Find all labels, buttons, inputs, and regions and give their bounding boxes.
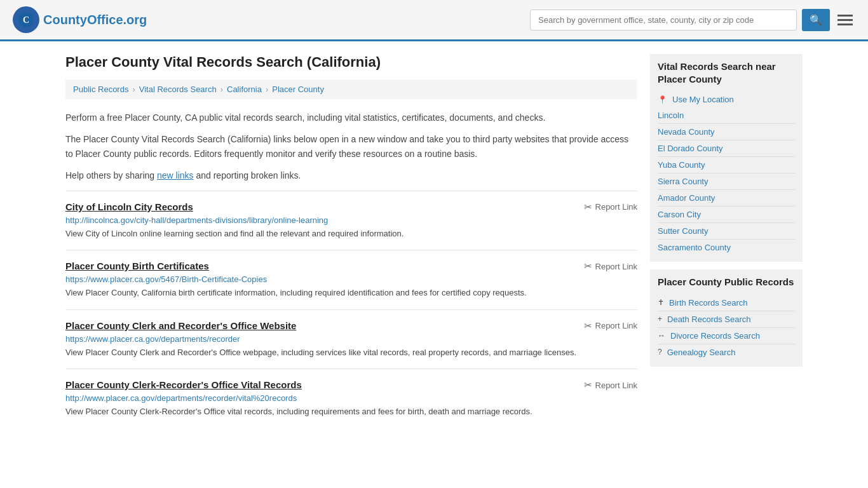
report-label: Report Link bbox=[595, 262, 637, 271]
record-header: City of Lincoln City Records ✂ Report Li… bbox=[65, 201, 637, 213]
use-my-location-link[interactable]: 📍 Use My Location bbox=[658, 92, 795, 107]
search-area: 🔍 bbox=[530, 9, 855, 31]
header: C CountyOffice.org 🔍 bbox=[0, 0, 868, 41]
report-label: Report Link bbox=[595, 321, 637, 330]
breadcrumb-sep: › bbox=[220, 85, 223, 94]
public-record-link[interactable]: ✝Birth Records Search bbox=[658, 295, 795, 311]
breadcrumb-vital-records[interactable]: Vital Records Search bbox=[139, 85, 217, 94]
location-link-label: Use My Location bbox=[672, 95, 734, 104]
new-links-link[interactable]: new links bbox=[157, 170, 194, 180]
nearby-section: Vital Records Search near Placer County … bbox=[650, 54, 803, 262]
pr-icon: ↔ bbox=[658, 331, 665, 340]
nearby-title: Vital Records Search near Placer County bbox=[658, 60, 795, 85]
menu-button[interactable] bbox=[835, 12, 855, 28]
search-input[interactable] bbox=[530, 10, 797, 30]
record-url[interactable]: https://www.placer.ca.gov/departments/re… bbox=[65, 334, 637, 344]
record-url[interactable]: http://www.placer.ca.gov/departments/rec… bbox=[65, 393, 637, 403]
location-icon: 📍 bbox=[658, 95, 667, 104]
public-record-link[interactable]: ↔Divorce Records Search bbox=[658, 327, 795, 344]
public-records-title: Placer County Public Records bbox=[658, 276, 795, 288]
record-url[interactable]: http://lincolnca.gov/city-hall/departmen… bbox=[65, 215, 637, 225]
logo-icon: C bbox=[13, 6, 39, 33]
desc-2: The Placer County Vital Records Search (… bbox=[65, 132, 637, 161]
record-desc: View Placer County Clerk and Recorder's … bbox=[65, 346, 637, 359]
record-item: Placer County Clerk and Recorder's Offic… bbox=[65, 309, 637, 369]
report-label: Report Link bbox=[595, 381, 637, 390]
record-item: City of Lincoln City Records ✂ Report Li… bbox=[65, 191, 637, 250]
search-button[interactable]: 🔍 bbox=[802, 9, 830, 31]
desc-3: Help others by sharing new links and rep… bbox=[65, 168, 637, 182]
page-title: Placer County Vital Records Search (Cali… bbox=[65, 54, 637, 71]
report-link-btn[interactable]: ✂ Report Link bbox=[584, 379, 637, 391]
report-icon: ✂ bbox=[584, 261, 592, 272]
menu-line bbox=[837, 15, 853, 17]
nearby-link[interactable]: Sutter County bbox=[658, 222, 795, 239]
report-link-btn[interactable]: ✂ Report Link bbox=[584, 201, 637, 213]
breadcrumb: Public Records › Vital Records Search › … bbox=[65, 79, 637, 99]
record-url[interactable]: https://www.placer.ca.gov/5467/Birth-Cer… bbox=[65, 274, 637, 284]
nearby-links: LincolnNevada CountyEl Dorado CountyYuba… bbox=[658, 107, 795, 255]
pr-icon: + bbox=[658, 315, 662, 323]
record-desc: View Placer County, California birth cer… bbox=[65, 287, 637, 299]
breadcrumb-sep: › bbox=[266, 85, 268, 94]
report-link-btn[interactable]: ✂ Report Link bbox=[584, 261, 637, 272]
public-records-links: ✝Birth Records Search+Death Records Sear… bbox=[658, 295, 795, 360]
desc-1: Perform a free Placer County, CA public … bbox=[65, 111, 637, 125]
public-records-section: Placer County Public Records ✝Birth Reco… bbox=[650, 269, 803, 367]
sidebar: Vital Records Search near Placer County … bbox=[650, 54, 803, 428]
nearby-link[interactable]: Carson City bbox=[658, 206, 795, 222]
pr-icon: ✝ bbox=[658, 298, 664, 307]
report-icon: ✂ bbox=[584, 320, 592, 332]
report-icon: ✂ bbox=[584, 379, 592, 391]
pr-link-label: Genealogy Search bbox=[667, 348, 736, 357]
records-list: City of Lincoln City Records ✂ Report Li… bbox=[65, 191, 637, 428]
desc-3-suffix: and reporting broken links. bbox=[194, 170, 301, 180]
pr-icon: ? bbox=[658, 348, 662, 356]
menu-line bbox=[837, 24, 853, 25]
content: Placer County Vital Records Search (Cali… bbox=[65, 54, 637, 428]
pr-link-label: Divorce Records Search bbox=[670, 331, 760, 341]
pr-link-label: Birth Records Search bbox=[669, 298, 748, 308]
report-label: Report Link bbox=[595, 202, 637, 212]
record-item: Placer County Birth Certificates ✂ Repor… bbox=[65, 250, 637, 309]
nearby-link[interactable]: Nevada County bbox=[658, 123, 795, 140]
pr-link-label: Death Records Search bbox=[667, 315, 751, 324]
breadcrumb-california[interactable]: California bbox=[227, 85, 262, 94]
nearby-link[interactable]: Sacramento County bbox=[658, 239, 795, 255]
report-icon: ✂ bbox=[584, 201, 592, 213]
breadcrumb-public-records[interactable]: Public Records bbox=[73, 85, 128, 94]
logo-area: C CountyOffice.org bbox=[13, 6, 147, 33]
record-header: Placer County Clerk and Recorder's Offic… bbox=[65, 320, 637, 332]
main-layout: Placer County Vital Records Search (Cali… bbox=[53, 54, 815, 428]
record-title[interactable]: Placer County Clerk-Recorder's Office Vi… bbox=[65, 379, 302, 390]
record-title[interactable]: Placer County Clerk and Recorder's Offic… bbox=[65, 320, 296, 331]
nearby-link[interactable]: Amador County bbox=[658, 189, 795, 206]
record-item: Placer County Clerk-Recorder's Office Vi… bbox=[65, 369, 637, 428]
record-title[interactable]: Placer County Birth Certificates bbox=[65, 261, 209, 271]
breadcrumb-placer-county[interactable]: Placer County bbox=[272, 85, 324, 94]
public-record-link[interactable]: +Death Records Search bbox=[658, 311, 795, 327]
nearby-link[interactable]: Yuba County bbox=[658, 156, 795, 173]
nearby-link[interactable]: Lincoln bbox=[658, 107, 795, 123]
record-desc: View Placer County Clerk-Recorder's Offi… bbox=[65, 405, 637, 418]
svg-text:C: C bbox=[23, 15, 29, 25]
nearby-link[interactable]: El Dorado County bbox=[658, 140, 795, 156]
logo-text: CountyOffice.org bbox=[43, 13, 147, 27]
record-title[interactable]: City of Lincoln City Records bbox=[65, 201, 193, 212]
report-link-btn[interactable]: ✂ Report Link bbox=[584, 320, 637, 332]
record-header: Placer County Birth Certificates ✂ Repor… bbox=[65, 261, 637, 272]
desc-3-prefix: Help others by sharing bbox=[65, 170, 157, 180]
public-record-link[interactable]: ?Genealogy Search bbox=[658, 344, 795, 360]
record-desc: View City of Lincoln online learning sec… bbox=[65, 227, 637, 240]
nearby-link[interactable]: Sierra County bbox=[658, 173, 795, 189]
breadcrumb-sep: › bbox=[132, 85, 135, 94]
menu-line bbox=[837, 19, 853, 21]
record-header: Placer County Clerk-Recorder's Office Vi… bbox=[65, 379, 637, 391]
